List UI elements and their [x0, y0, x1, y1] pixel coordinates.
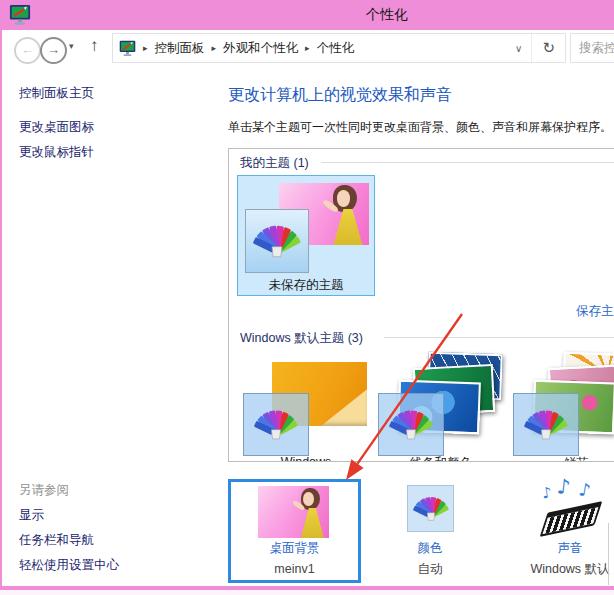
theme-colors-icon: [245, 209, 309, 273]
sidebar-item-change-desktop-icons[interactable]: 更改桌面图标: [19, 119, 94, 136]
theme-tile-unsaved[interactable]: 未保存的主题: [237, 175, 375, 296]
breadcrumb-separator-icon: ▸: [298, 43, 317, 53]
window-title: 个性化: [160, 6, 614, 24]
divider: [384, 337, 614, 338]
music-note-icon: ♪: [556, 474, 572, 499]
theme-name: 未保存的主题: [238, 277, 374, 294]
color-value: 自动: [395, 561, 465, 578]
theme-colors-icon: [243, 393, 309, 456]
girl-dress: [301, 508, 324, 538]
sidebar-item-taskbar-navigation[interactable]: 任务栏和导航: [19, 532, 94, 549]
music-note-icon: ♪: [541, 483, 553, 502]
search-box: [570, 33, 614, 63]
sidebar-item-display[interactable]: 显示: [19, 507, 44, 524]
desktop-background-item[interactable]: 桌面背景 meinv1: [228, 479, 361, 583]
desktop-background-thumbnail: [258, 486, 329, 538]
color-fan-icon: [524, 407, 568, 442]
titlebar: 个性化: [0, 0, 614, 30]
sidebar-item-change-mouse-pointers[interactable]: 更改鼠标指针: [19, 144, 94, 161]
theme-colors-icon: [378, 393, 444, 456]
desktop-background-label[interactable]: 桌面背景: [231, 540, 358, 557]
windows-default-themes-header: Windows 默认主题 (3): [240, 330, 363, 347]
breadcrumb-appearance[interactable]: 外观和个性化: [223, 40, 298, 57]
see-also-header: 另请参阅: [19, 482, 69, 499]
color-fan-icon: [253, 222, 301, 260]
color-item[interactable]: [407, 485, 454, 532]
color-fan-icon: [413, 494, 449, 523]
clipped-next-item-edge: [608, 523, 609, 585]
forward-button[interactable]: →: [40, 37, 67, 64]
desktop-background-value: meinv1: [231, 562, 358, 576]
address-monitor-icon: [119, 40, 136, 57]
save-theme-link[interactable]: 保存主题: [576, 303, 614, 320]
breadcrumb-separator-icon: ▸: [205, 43, 224, 53]
color-label[interactable]: 颜色: [395, 540, 465, 557]
color-fan-icon: [389, 407, 433, 442]
theme-tile-windows[interactable]: Windows: [237, 353, 375, 462]
girl-dress: [333, 209, 363, 245]
theme-colors-icon: [513, 393, 579, 456]
address-dropdown-icon[interactable]: ∨: [506, 43, 531, 54]
personalization-window: 个性化 ← → ▾ ↑ ▸ 控制面板 ▸ 外观和个性化 ▸ 个性化 ∨ ↻ 控制…: [0, 0, 614, 595]
sidebar-item-ease-of-access[interactable]: 轻松使用设置中心: [19, 557, 119, 574]
window-border-left: [0, 30, 2, 586]
themes-list: 我的主题 (1) 未保存的主题 保存主题 Windows 默认主题 (3): [228, 148, 614, 462]
desktop-strip: [0, 590, 614, 595]
page-subtitle: 单击某个主题可一次性同时更改桌面背景、颜色、声音和屏幕保护程序。: [228, 119, 612, 136]
keyboard-icon: [540, 501, 603, 537]
app-display-icon[interactable]: [9, 4, 31, 26]
sound-item[interactable]: ♪ ♪ ♪: [542, 481, 600, 535]
theme-tile-flowers[interactable]: 鲜花: [507, 353, 614, 462]
breadcrumb-personalization[interactable]: 个性化: [317, 40, 355, 57]
back-icon: ←: [21, 42, 34, 57]
navigation-bar: ← → ▾ ↑ ▸ 控制面板 ▸ 外观和个性化 ▸ 个性化 ∨ ↻: [2, 30, 614, 66]
page-title: 更改计算机上的视觉效果和声音: [228, 85, 452, 106]
up-button[interactable]: ↑: [90, 36, 99, 56]
refresh-icon[interactable]: ↻: [531, 34, 565, 62]
sidebar-item-control-panel-home[interactable]: 控制面板主页: [19, 85, 94, 102]
theme-tile-lines-colors[interactable]: 线条和颜色: [372, 353, 510, 462]
girl-face: [337, 190, 351, 207]
divider: [321, 162, 614, 163]
history-dropdown-button[interactable]: ▾: [69, 41, 74, 51]
theme-name: 鲜花: [507, 455, 614, 462]
forward-icon: →: [47, 42, 60, 57]
breadcrumb-separator-icon: ▸: [136, 43, 155, 53]
address-bar[interactable]: ▸ 控制面板 ▸ 外观和个性化 ▸ 个性化 ∨ ↻: [112, 33, 566, 63]
sound-value: Windows 默认: [515, 561, 614, 578]
back-button[interactable]: ←: [14, 37, 41, 64]
sound-label[interactable]: 声音: [535, 540, 605, 557]
color-fan-icon: [254, 407, 298, 442]
search-input[interactable]: [571, 34, 614, 62]
my-themes-header: 我的主题 (1): [240, 155, 309, 172]
music-note-icon: ♪: [577, 478, 592, 501]
theme-name: 线条和颜色: [372, 455, 510, 462]
breadcrumb-control-panel[interactable]: 控制面板: [155, 40, 205, 57]
theme-name: Windows: [237, 455, 375, 462]
